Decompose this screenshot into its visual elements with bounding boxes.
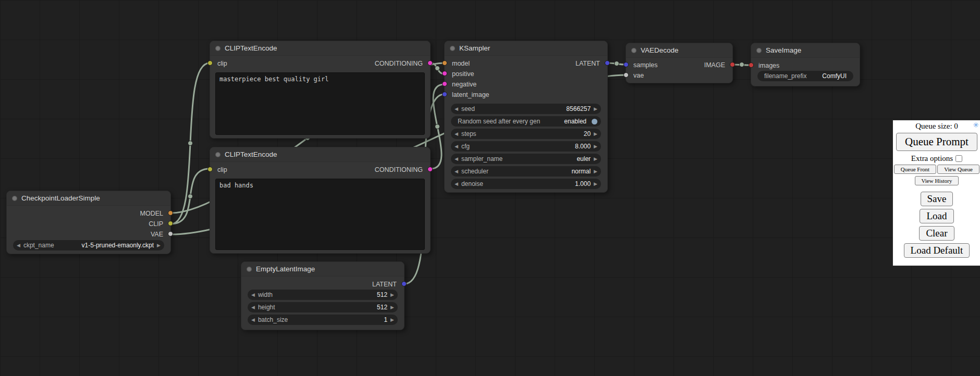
node-ksampler[interactable]: KSampler model LATENT positive negative bbox=[444, 41, 608, 193]
collapse-dot-icon[interactable] bbox=[215, 152, 220, 157]
port-conditioning-output[interactable] bbox=[427, 60, 433, 66]
arrow-right-icon[interactable]: ▶ bbox=[390, 318, 394, 322]
collapse-dot-icon[interactable] bbox=[631, 48, 636, 53]
node-empty-latent-image[interactable]: EmptyLatentImage LATENT ◀ width 512 ▶ ◀ … bbox=[241, 261, 405, 330]
port-model-input[interactable] bbox=[442, 60, 447, 66]
load-button[interactable]: Load bbox=[920, 209, 953, 223]
arrow-left-icon[interactable]: ◀ bbox=[17, 243, 20, 248]
port-samples-input[interactable] bbox=[623, 62, 629, 67]
arrow-left-icon[interactable]: ◀ bbox=[455, 182, 458, 186]
port-positive-input[interactable] bbox=[442, 71, 447, 76]
arrow-right-icon[interactable]: ▶ bbox=[594, 182, 597, 186]
arrow-right-icon[interactable]: ▶ bbox=[594, 169, 597, 174]
widget-value: normal bbox=[568, 168, 594, 175]
arrow-left-icon[interactable]: ◀ bbox=[455, 132, 458, 136]
arrow-right-icon[interactable]: ▶ bbox=[594, 132, 597, 136]
node-title-bar[interactable]: VAEDecode bbox=[626, 43, 732, 58]
port-vae-input[interactable] bbox=[623, 72, 629, 78]
collapse-dot-icon[interactable] bbox=[450, 46, 455, 51]
queue-front-button[interactable]: Queue Front bbox=[894, 165, 936, 174]
widget-label: steps bbox=[458, 130, 476, 137]
arrow-right-icon[interactable]: ▶ bbox=[157, 243, 161, 248]
link-midpoint-dot bbox=[435, 124, 440, 129]
widget-ckpt-name[interactable]: ◀ ckpt_name v1-5-pruned-emaonly.ckpt ▶ bbox=[13, 240, 164, 250]
collapse-dot-icon[interactable] bbox=[215, 46, 220, 51]
node-save-image[interactable]: SaveImage images filename_prefix ComfyUI bbox=[751, 43, 860, 86]
slot-row: images bbox=[751, 60, 860, 71]
node-vae-decode[interactable]: VAEDecode samples IMAGE vae bbox=[626, 43, 733, 83]
widget-steps[interactable]: ◀ steps 20 ▶ bbox=[451, 129, 601, 139]
collapse-dot-icon[interactable] bbox=[12, 196, 17, 201]
widget-batch-size[interactable]: ◀ batch_size 1 ▶ bbox=[248, 315, 398, 325]
widget-value: euler bbox=[573, 155, 594, 162]
workflow-buttons: Save Load Clear Load Default bbox=[893, 192, 980, 258]
port-latent-output[interactable] bbox=[401, 281, 407, 286]
arrow-right-icon[interactable]: ▶ bbox=[594, 107, 597, 111]
port-negative-input[interactable] bbox=[442, 81, 447, 86]
widget-width[interactable]: ◀ width 512 ▶ bbox=[248, 290, 398, 300]
widget-random-seed-toggle[interactable]: Random seed after every gen enabled bbox=[451, 116, 601, 127]
collapse-dot-icon[interactable] bbox=[247, 267, 252, 272]
load-default-button[interactable]: Load Default bbox=[904, 243, 970, 258]
arrow-left-icon[interactable]: ◀ bbox=[251, 318, 255, 322]
arrow-right-icon[interactable]: ▶ bbox=[594, 157, 597, 161]
node-title-bar[interactable]: CheckpointLoaderSimple bbox=[7, 191, 170, 206]
clear-button[interactable]: Clear bbox=[919, 226, 954, 241]
port-clip-input[interactable] bbox=[207, 60, 213, 66]
widget-cfg[interactable]: ◀ cfg 8.000 ▶ bbox=[451, 141, 601, 152]
port-vae-output[interactable] bbox=[168, 231, 173, 236]
widget-filename-prefix[interactable]: filename_prefix ComfyUI bbox=[757, 71, 853, 81]
arrow-left-icon[interactable]: ◀ bbox=[455, 107, 458, 111]
port-clip-input[interactable] bbox=[207, 167, 213, 172]
widget-label: scheduler bbox=[458, 168, 488, 175]
queue-prompt-button[interactable]: Queue Prompt bbox=[896, 133, 977, 151]
collapse-dot-icon[interactable] bbox=[756, 48, 762, 53]
arrow-left-icon[interactable]: ◀ bbox=[251, 293, 255, 297]
port-clip-output[interactable] bbox=[168, 221, 173, 226]
arrow-left-icon[interactable]: ◀ bbox=[455, 169, 458, 174]
settings-icon[interactable]: ✳ bbox=[973, 121, 979, 130]
negative-prompt-textarea[interactable]: bad hands bbox=[215, 179, 425, 250]
node-title-bar[interactable]: EmptyLatentImage bbox=[241, 262, 404, 277]
node-title-bar[interactable]: CLIPTextEncode bbox=[210, 41, 430, 56]
node-title: CLIPTextEncode bbox=[225, 151, 277, 158]
view-history-button[interactable]: View History bbox=[915, 176, 959, 185]
widget-seed[interactable]: ◀ seed 8566257 ▶ bbox=[451, 104, 601, 114]
port-model-output[interactable] bbox=[168, 210, 173, 216]
port-image-output[interactable] bbox=[730, 62, 735, 67]
save-button[interactable]: Save bbox=[921, 192, 953, 206]
node-title-bar[interactable]: CLIPTextEncode bbox=[210, 147, 430, 162]
node-clip-text-encode-negative[interactable]: CLIPTextEncode clip CONDITIONING bad han… bbox=[210, 147, 431, 254]
port-conditioning-output[interactable] bbox=[427, 167, 433, 172]
positive-prompt-textarea[interactable]: masterpiece best quality girl bbox=[215, 72, 425, 135]
node-checkpoint-loader-simple[interactable]: CheckpointLoaderSimple MODEL CLIP VAE ◀ … bbox=[6, 191, 171, 254]
arrow-right-icon[interactable]: ▶ bbox=[594, 144, 597, 149]
port-latent-image-input[interactable] bbox=[442, 92, 447, 97]
slot-row: negative bbox=[445, 79, 607, 90]
arrow-left-icon[interactable]: ◀ bbox=[455, 144, 458, 149]
widget-value: 1 bbox=[381, 316, 390, 323]
node-title-bar[interactable]: KSampler bbox=[445, 41, 607, 56]
node-title-bar[interactable]: SaveImage bbox=[751, 43, 860, 58]
arrow-right-icon[interactable]: ▶ bbox=[390, 305, 394, 310]
arrow-left-icon[interactable]: ◀ bbox=[251, 305, 255, 310]
node-clip-text-encode-positive[interactable]: CLIPTextEncode clip CONDITIONING masterp… bbox=[210, 41, 431, 139]
extra-options-checkbox[interactable] bbox=[956, 155, 962, 162]
slot-row: latent_image bbox=[445, 90, 607, 100]
widget-height[interactable]: ◀ height 512 ▶ bbox=[248, 302, 398, 312]
view-queue-button[interactable]: View Queue bbox=[937, 165, 979, 174]
widget-scheduler[interactable]: ◀ scheduler normal ▶ bbox=[451, 166, 601, 177]
link-cond-to-negative bbox=[431, 84, 444, 169]
output-slot-latent: LATENT bbox=[241, 279, 404, 290]
port-images-input[interactable] bbox=[749, 62, 754, 68]
widget-sampler-name[interactable]: ◀ sampler_name euler ▶ bbox=[451, 154, 601, 164]
output-label-latent: LATENT bbox=[575, 60, 600, 67]
widget-value: ComfyUI bbox=[819, 72, 850, 80]
arrow-left-icon[interactable]: ◀ bbox=[455, 157, 458, 161]
widget-label: filename_prefix bbox=[761, 72, 806, 80]
port-latent-output[interactable] bbox=[605, 60, 610, 66]
toggle-on-icon[interactable] bbox=[592, 119, 597, 124]
widget-denoise[interactable]: ◀ denoise 1.000 ▶ bbox=[451, 179, 601, 189]
node-title: EmptyLatentImage bbox=[256, 265, 315, 273]
arrow-right-icon[interactable]: ▶ bbox=[390, 293, 394, 297]
